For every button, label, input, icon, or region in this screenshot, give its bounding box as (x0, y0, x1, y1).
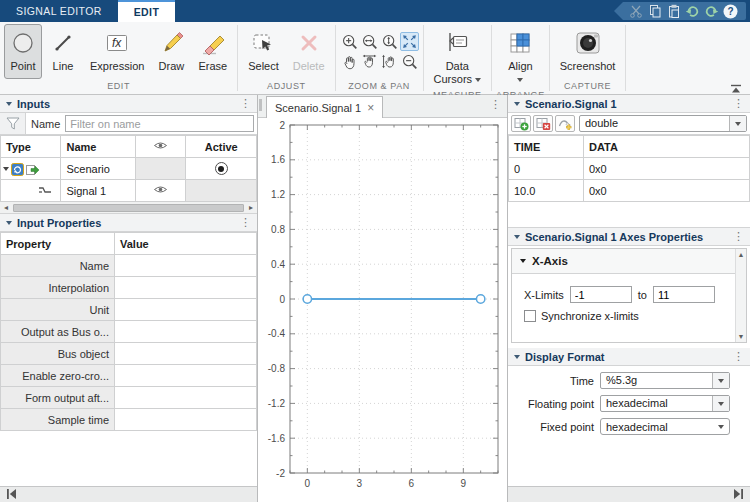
svg-text:1.6: 1.6 (271, 154, 285, 165)
signal-panel-menu-icon[interactable]: ⋮ (733, 98, 744, 109)
data-cursors-button[interactable]: DataCursors (428, 24, 488, 88)
col-name[interactable]: Name (61, 136, 136, 158)
signal-plot[interactable]: 0369-2-1.6-1.2-0.8-0.400.40.81.21.62 (258, 118, 508, 502)
collapse-caret-icon[interactable] (6, 221, 12, 225)
collapse-caret-icon[interactable] (514, 355, 520, 359)
property-row[interactable]: Bus object (1, 343, 257, 365)
display-format-header[interactable]: Display Format ⋮ (508, 348, 750, 366)
expand-caret-icon[interactable] (3, 167, 9, 171)
row-name[interactable]: Scenario (61, 158, 136, 180)
col-property[interactable]: Property (1, 233, 115, 255)
col-type[interactable]: Type (1, 136, 61, 158)
fit-to-view-icon[interactable] (400, 32, 419, 51)
zoom-in-x-icon[interactable] (360, 32, 379, 51)
filter-funnel-icon[interactable] (0, 113, 26, 134)
delete-button[interactable]: Delete (287, 24, 331, 79)
help-icon[interactable]: ? (722, 3, 739, 19)
collapse-caret-icon[interactable] (6, 102, 12, 106)
property-row[interactable]: Output as Bus o... (1, 321, 257, 343)
axes-menu-icon[interactable]: ⋮ (733, 231, 744, 242)
close-tab-icon[interactable]: × (367, 101, 374, 115)
copy-icon[interactable] (646, 3, 663, 19)
collapse-caret-icon[interactable] (520, 259, 526, 263)
col-visibility[interactable] (136, 136, 186, 158)
active-radio[interactable] (186, 158, 257, 180)
collapse-caret-icon[interactable] (514, 102, 520, 106)
property-row[interactable]: Name (1, 255, 257, 277)
paste-icon[interactable] (665, 3, 682, 19)
draw-button[interactable]: Draw (152, 24, 190, 79)
caret-down-icon (517, 78, 523, 82)
undo-icon[interactable] (684, 3, 701, 19)
property-row[interactable]: Unit (1, 299, 257, 321)
floating-point-combobox[interactable]: hexadecimal (600, 395, 730, 412)
zoom-in-y-icon[interactable] (380, 32, 399, 51)
time-data-row[interactable]: 10.00x0 (509, 180, 750, 202)
expression-button[interactable]: fx Expression (84, 24, 150, 79)
pan-y-icon[interactable] (380, 52, 399, 71)
redo-icon[interactable] (703, 3, 720, 19)
dropdown-arrow-icon[interactable] (712, 396, 729, 411)
dropdown-arrow-icon[interactable] (729, 116, 746, 131)
cut-icon[interactable] (627, 3, 644, 19)
inputs-hscrollbar[interactable]: ◂ ▸ (0, 202, 257, 214)
filter-input[interactable] (65, 115, 254, 132)
point-button[interactable]: Point (4, 24, 42, 79)
zoom-in-icon[interactable] (340, 32, 359, 51)
zoom-out-icon[interactable] (400, 52, 419, 71)
inputs-panel-header[interactable]: Inputs ⋮ (0, 95, 257, 113)
erase-button[interactable]: Erase (192, 24, 233, 79)
col-value[interactable]: Value (115, 233, 257, 255)
col-data[interactable]: DATA (584, 136, 750, 158)
plot-tab[interactable]: Scenario.Signal 1 × (266, 96, 383, 118)
signal-panel-header[interactable]: Scenario.Signal 1 ⋮ (508, 95, 750, 113)
scrollbar-thumb[interactable] (13, 204, 244, 212)
col-active[interactable]: Active (186, 136, 257, 158)
x-axis-section-header[interactable]: X-Axis (512, 249, 746, 274)
display-format-menu-icon[interactable]: ⋮ (733, 351, 744, 362)
property-row[interactable]: Enable zero-cro... (1, 365, 257, 387)
sync-xlimits-checkbox[interactable] (524, 310, 536, 322)
table-row-signal[interactable]: Signal 1 (1, 180, 257, 202)
delete-point-button[interactable] (533, 115, 553, 132)
data-type-combobox[interactable]: double (579, 115, 747, 132)
visibility-toggle[interactable] (136, 180, 186, 202)
tab-signal-editor[interactable]: SIGNAL EDITOR (0, 0, 118, 22)
pan-x-icon[interactable] (360, 52, 379, 71)
tab-edit[interactable]: EDIT (118, 0, 176, 22)
collapse-caret-icon[interactable] (514, 235, 520, 239)
x-min-input[interactable] (570, 286, 632, 303)
time-data-row[interactable]: 00x0 (509, 158, 750, 180)
scroll-left-icon[interactable]: ◂ (0, 203, 12, 212)
collapse-right-panel-icon[interactable] (732, 488, 745, 502)
dropdown-arrow-icon[interactable] (712, 373, 729, 388)
line-button[interactable]: Line (44, 24, 82, 79)
x-max-input[interactable] (653, 286, 715, 303)
scroll-down-icon[interactable]: ▼ (738, 333, 745, 340)
screenshot-button[interactable]: Screenshot (554, 24, 622, 79)
col-time[interactable]: TIME (509, 136, 584, 158)
inputs-menu-icon[interactable]: ⋮ (240, 98, 251, 109)
property-row[interactable]: Interpolation (1, 277, 257, 299)
scroll-up-icon[interactable]: ▲ (738, 251, 745, 258)
fixed-point-dropdown[interactable]: hexadecimal (600, 418, 730, 435)
align-button[interactable]: Align (501, 24, 539, 88)
splitter-grip[interactable] (259, 99, 262, 111)
data-cursors-icon (444, 30, 470, 58)
add-point-button[interactable] (511, 115, 531, 132)
plot-menu-icon[interactable]: ⋮ (490, 99, 501, 110)
property-row[interactable]: Sample time (1, 409, 257, 431)
axes-properties-header[interactable]: Scenario.Signal 1 Axes Properties ⋮ (508, 228, 750, 246)
select-button[interactable]: Select (242, 24, 285, 79)
input-properties-menu-icon[interactable]: ⋮ (240, 217, 251, 228)
row-name[interactable]: Signal 1 (61, 180, 136, 202)
collapse-left-panel-icon[interactable] (5, 488, 18, 502)
axes-vscrollbar[interactable]: ▲ ▼ (735, 249, 746, 342)
scroll-right-icon[interactable]: ▸ (245, 203, 257, 212)
pan-icon[interactable] (340, 52, 359, 71)
insert-signal-button[interactable] (555, 115, 575, 132)
table-row-scenario[interactable]: Scenario (1, 158, 257, 180)
time-format-combobox[interactable]: %5.3g (600, 372, 730, 389)
property-row[interactable]: Form output aft... (1, 387, 257, 409)
input-properties-header[interactable]: Input Properties ⋮ (0, 214, 257, 232)
